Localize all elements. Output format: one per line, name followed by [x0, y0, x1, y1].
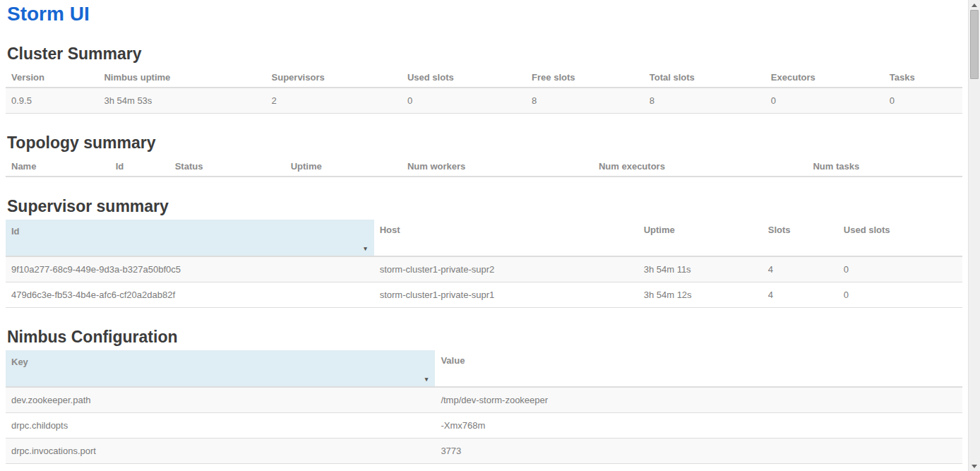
supervisor-summary-heading: Supervisor summary: [7, 198, 962, 215]
column-header-label: Host: [380, 225, 400, 235]
column-header-id[interactable]: Id▾: [6, 220, 374, 256]
column-header-value[interactable]: Value: [435, 350, 962, 387]
column-header-label: Version: [11, 72, 44, 83]
table-row: dev.zookeeper.path/tmp/dev-storm-zookeep…: [6, 387, 962, 413]
table-cell: drpc.childopts: [6, 413, 435, 439]
column-header-label: Used slots: [844, 225, 890, 235]
table-cell: 3h 54m 12s: [638, 282, 763, 308]
scroll-up-icon: [972, 4, 977, 7]
cluster-summary-table: VersionNimbus uptimeSupervisorsUsed slot…: [6, 67, 962, 114]
column-header-label: Key: [11, 357, 28, 367]
column-header-label: Uptime: [644, 225, 675, 235]
column-header-label: Executors: [771, 72, 815, 83]
table-cell: 9f10a277-68c9-449e-9d3a-b327a50bf0c5: [6, 256, 374, 282]
storm-ui-title-link[interactable]: Storm UI: [7, 3, 90, 25]
table-cell: 479d6c3e-fb53-4b4e-afc6-cf20a2dab82f: [6, 282, 374, 308]
table-cell: 0: [838, 282, 962, 308]
cluster-summary-heading: Cluster Summary: [7, 45, 962, 63]
column-header-label: Uptime: [291, 161, 322, 172]
supervisor-summary-table: Id▾HostUptimeSlotsUsed slots9f10a277-68c…: [6, 220, 962, 308]
table-cell: 4: [763, 282, 838, 308]
scroll-down-icon: [972, 465, 977, 468]
table-cell: 0.9.5: [6, 88, 98, 114]
page-title: Storm UI: [7, 4, 962, 25]
scrollbar-down-arrow-button[interactable]: [969, 461, 980, 471]
column-header-label: Name: [11, 161, 36, 172]
column-header-id[interactable]: Id: [110, 156, 169, 177]
column-header-executors[interactable]: Executors: [765, 67, 884, 88]
section-supervisor-summary: Supervisor summary Id▾HostUptimeSlotsUse…: [6, 198, 962, 308]
column-header-label: Tasks: [890, 72, 915, 83]
column-header-label: Id: [11, 226, 20, 237]
header-row: Key▾Value: [6, 350, 962, 387]
column-header-label: Status: [175, 161, 203, 172]
column-header-uptime[interactable]: Uptime: [285, 156, 402, 177]
table-cell: 0: [765, 88, 884, 114]
table-cell: 0: [402, 88, 526, 114]
column-header-version[interactable]: Version: [6, 67, 98, 88]
header-row: VersionNimbus uptimeSupervisorsUsed slot…: [6, 67, 962, 88]
column-header-num-tasks[interactable]: Num tasks: [807, 156, 962, 177]
sort-desc-icon: ▾: [425, 376, 429, 383]
column-header-tasks[interactable]: Tasks: [884, 67, 962, 88]
table-cell: 3h 54m 11s: [638, 256, 763, 282]
table-cell: 8: [526, 88, 644, 114]
column-header-free-slots[interactable]: Free slots: [526, 67, 644, 88]
table-cell: 0: [884, 88, 962, 114]
column-header-num-executors[interactable]: Num executors: [593, 156, 808, 177]
section-cluster-summary: Cluster Summary VersionNimbus uptimeSupe…: [6, 45, 962, 114]
header-row: NameIdStatusUptimeNum workersNum executo…: [6, 156, 962, 177]
column-header-label: Id: [116, 161, 124, 172]
table-cell: storm-cluster1-private-supr2: [374, 256, 638, 282]
table-cell: 2: [266, 88, 402, 114]
table-cell: storm-cluster1-private-supr1: [374, 282, 638, 308]
storm-ui-page: Storm UI Cluster Summary VersionNimbus u…: [0, 0, 968, 471]
nimbus-configuration-heading: Nimbus Configuration: [7, 328, 962, 346]
column-header-label: Total slots: [650, 72, 695, 83]
header-row: Id▾HostUptimeSlotsUsed slots: [6, 220, 962, 256]
column-header-num-workers[interactable]: Num workers: [402, 156, 593, 177]
scrollbar-up-arrow-button[interactable]: [969, 0, 980, 10]
table-cell: 3773: [435, 439, 962, 464]
column-header-key[interactable]: Key▾: [6, 350, 435, 387]
column-header-nimbus-uptime[interactable]: Nimbus uptime: [98, 67, 265, 88]
column-header-name[interactable]: Name: [6, 156, 110, 177]
column-header-label: Supervisors: [272, 72, 325, 83]
column-header-label: Num executors: [599, 161, 665, 172]
scrollbar-thumb[interactable]: [970, 10, 979, 79]
column-header-supervisors[interactable]: Supervisors: [266, 67, 402, 88]
column-header-label: Nimbus uptime: [104, 72, 170, 83]
nimbus-configuration-table: Key▾Valuedev.zookeeper.path/tmp/dev-stor…: [6, 350, 962, 471]
table-cell: 4: [763, 256, 838, 282]
table-cell: dev.zookeeper.path: [6, 387, 435, 413]
section-topology-summary: Topology summary NameIdStatusUptimeNum w…: [6, 134, 962, 177]
topology-summary-table: NameIdStatusUptimeNum workersNum executo…: [6, 156, 962, 177]
vertical-scrollbar[interactable]: [968, 0, 980, 471]
column-header-status[interactable]: Status: [169, 156, 285, 177]
table-cell: -Xmx768m: [435, 413, 962, 439]
column-header-used-slots[interactable]: Used slots: [402, 67, 526, 88]
column-header-slots[interactable]: Slots: [763, 220, 838, 256]
table-cell: 0: [838, 256, 962, 282]
sort-desc-icon: ▾: [364, 246, 367, 252]
column-header-label: Used slots: [407, 72, 454, 83]
column-header-host[interactable]: Host: [374, 220, 638, 256]
column-header-total-slots[interactable]: Total slots: [644, 67, 765, 88]
column-header-uptime[interactable]: Uptime: [638, 220, 763, 256]
table-row: drpc.childopts-Xmx768m: [6, 413, 962, 439]
table-cell: 8: [644, 88, 765, 114]
table-cell: 3h 54m 53s: [98, 88, 265, 114]
topology-summary-heading: Topology summary: [7, 134, 962, 152]
table-cell: drpc.invocations.port: [6, 439, 435, 464]
table-cell: 3772: [435, 464, 962, 471]
table-cell: /tmp/dev-storm-zookeeper: [435, 387, 962, 413]
column-header-label: Num tasks: [813, 161, 859, 172]
column-header-used-slots[interactable]: Used slots: [838, 220, 962, 256]
table-row: drpc.port3772: [6, 464, 962, 471]
column-header-label: Num workers: [407, 161, 465, 172]
table-cell: drpc.port: [6, 464, 435, 471]
section-nimbus-configuration: Nimbus Configuration Key▾Valuedev.zookee…: [6, 328, 962, 471]
table-row: 0.9.53h 54m 53s208800: [6, 88, 962, 114]
table-row: drpc.invocations.port3773: [6, 439, 962, 464]
table-row: 9f10a277-68c9-449e-9d3a-b327a50bf0c5stor…: [6, 256, 962, 282]
